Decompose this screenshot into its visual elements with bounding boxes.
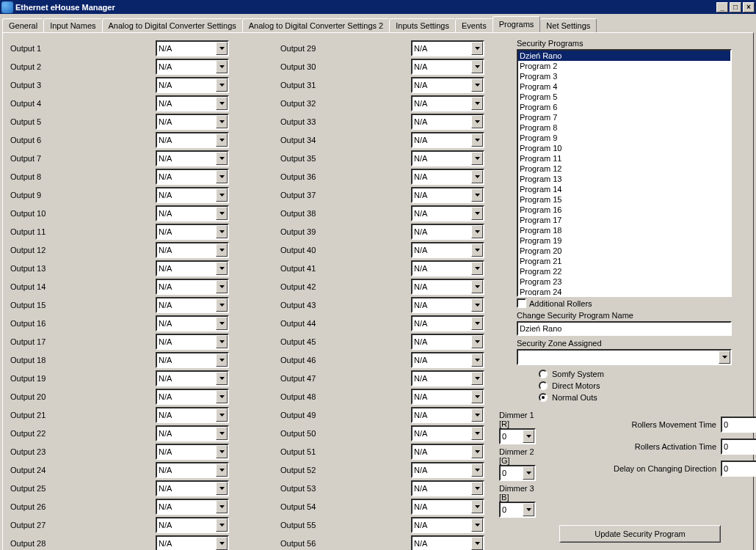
output-combo[interactable]	[411, 444, 484, 460]
chevron-down-icon[interactable]	[471, 537, 483, 550]
tab-events[interactable]: Events	[455, 18, 493, 33]
chevron-down-icon[interactable]	[471, 482, 483, 495]
tab-input-names[interactable]: Input Names	[43, 18, 102, 33]
output-combo[interactable]	[156, 95, 229, 111]
chevron-down-icon[interactable]	[216, 500, 228, 513]
minimize-button[interactable]: _	[716, 2, 728, 12]
chevron-down-icon[interactable]	[471, 390, 483, 403]
somfy-radio[interactable]	[539, 370, 548, 378]
maximize-button[interactable]: □	[730, 2, 741, 12]
output-combo[interactable]	[411, 187, 484, 203]
output-combo[interactable]	[156, 425, 229, 441]
list-item[interactable]: Program 16	[518, 205, 730, 215]
output-combo[interactable]	[411, 370, 484, 386]
output-combo[interactable]	[156, 224, 229, 240]
output-combo[interactable]	[411, 480, 484, 496]
output-combo[interactable]	[411, 297, 484, 313]
additional-rollers-checkbox[interactable]	[517, 298, 526, 308]
list-item[interactable]: Program 15	[518, 194, 730, 205]
list-item[interactable]: Program 5	[518, 92, 730, 102]
list-item[interactable]: Program 9	[518, 133, 730, 143]
tab-programs[interactable]: Programs	[493, 16, 541, 32]
output-combo[interactable]	[156, 59, 229, 75]
chevron-down-icon[interactable]	[216, 78, 228, 92]
output-combo[interactable]	[411, 169, 484, 185]
chevron-down-icon[interactable]	[216, 207, 228, 220]
chevron-down-icon[interactable]	[471, 335, 483, 348]
output-combo[interactable]	[156, 187, 229, 203]
chevron-down-icon[interactable]	[471, 78, 483, 92]
list-item[interactable]: Program 22	[518, 266, 730, 276]
chevron-down-icon[interactable]	[216, 243, 228, 257]
list-item[interactable]: Program 17	[518, 215, 730, 225]
chevron-down-icon[interactable]	[523, 466, 534, 480]
chevron-down-icon[interactable]	[471, 133, 483, 147]
chevron-down-icon[interactable]	[216, 42, 228, 55]
list-item[interactable]: Program 19	[518, 235, 730, 246]
chevron-down-icon[interactable]	[471, 353, 483, 367]
chevron-down-icon[interactable]	[216, 97, 228, 110]
output-combo[interactable]	[156, 205, 229, 221]
output-combo[interactable]	[411, 260, 484, 276]
chevron-down-icon[interactable]	[216, 280, 228, 293]
list-item[interactable]: Program 8	[518, 122, 730, 133]
chevron-down-icon[interactable]	[216, 372, 228, 385]
list-item[interactable]: Program 4	[518, 81, 730, 92]
output-combo[interactable]	[411, 132, 484, 148]
output-combo[interactable]	[156, 517, 229, 533]
output-combo[interactable]	[156, 169, 229, 185]
output-combo[interactable]	[156, 480, 229, 496]
chevron-down-icon[interactable]	[471, 317, 483, 330]
output-combo[interactable]	[156, 407, 229, 423]
output-combo[interactable]	[156, 114, 229, 130]
list-item[interactable]: Program 18	[518, 225, 730, 235]
chevron-down-icon[interactable]	[471, 97, 483, 110]
security-programs-listbox[interactable]: Dzień RanoProgram 2Program 3Program 4Pro…	[517, 49, 732, 297]
output-combo[interactable]	[156, 40, 229, 56]
tab-general[interactable]: General	[2, 18, 44, 33]
output-combo[interactable]	[156, 352, 229, 368]
chevron-down-icon[interactable]	[471, 372, 483, 385]
output-combo[interactable]	[156, 279, 229, 295]
output-combo[interactable]	[156, 389, 229, 405]
chevron-down-icon[interactable]	[216, 335, 228, 348]
output-combo[interactable]	[156, 242, 229, 258]
security-zone-combo[interactable]	[517, 349, 732, 365]
output-combo[interactable]	[156, 444, 229, 460]
chevron-down-icon[interactable]	[471, 262, 483, 275]
output-combo[interactable]	[156, 334, 229, 350]
chevron-down-icon[interactable]	[471, 500, 483, 513]
direct-radio[interactable]	[539, 381, 548, 390]
chevron-down-icon[interactable]	[471, 188, 483, 202]
output-combo[interactable]	[156, 462, 229, 478]
chevron-down-icon[interactable]	[216, 463, 228, 477]
list-item[interactable]: Program 12	[518, 164, 730, 174]
delay-direction-combo[interactable]	[721, 461, 756, 477]
dimmer2-combo[interactable]	[499, 465, 536, 481]
chevron-down-icon[interactable]	[216, 298, 228, 312]
chevron-down-icon[interactable]	[471, 115, 483, 128]
output-combo[interactable]	[411, 40, 484, 56]
chevron-down-icon[interactable]	[216, 317, 228, 330]
chevron-down-icon[interactable]	[471, 170, 483, 183]
tab-analog-to-digital-converter-settings-2[interactable]: Analog to Digital Converter Settings 2	[242, 18, 390, 33]
output-combo[interactable]	[411, 334, 484, 350]
chevron-down-icon[interactable]	[216, 152, 228, 165]
chevron-down-icon[interactable]	[216, 170, 228, 183]
output-combo[interactable]	[411, 425, 484, 441]
tab-analog-to-digital-converter-settings[interactable]: Analog to Digital Converter Settings	[102, 18, 243, 33]
list-item[interactable]: Program 21	[518, 256, 730, 266]
update-security-button[interactable]: Update Security Program	[559, 525, 721, 543]
output-combo[interactable]	[156, 77, 229, 93]
output-combo[interactable]	[411, 205, 484, 221]
chevron-down-icon[interactable]	[216, 115, 228, 128]
list-item[interactable]: Program 13	[518, 174, 730, 184]
chevron-down-icon[interactable]	[216, 445, 228, 458]
list-item[interactable]: Program 20	[518, 246, 730, 256]
output-combo[interactable]	[411, 499, 484, 515]
close-button[interactable]: ×	[743, 2, 755, 12]
chevron-down-icon[interactable]	[471, 207, 483, 220]
chevron-down-icon[interactable]	[216, 133, 228, 147]
chevron-down-icon[interactable]	[216, 518, 228, 532]
output-combo[interactable]	[411, 59, 484, 75]
